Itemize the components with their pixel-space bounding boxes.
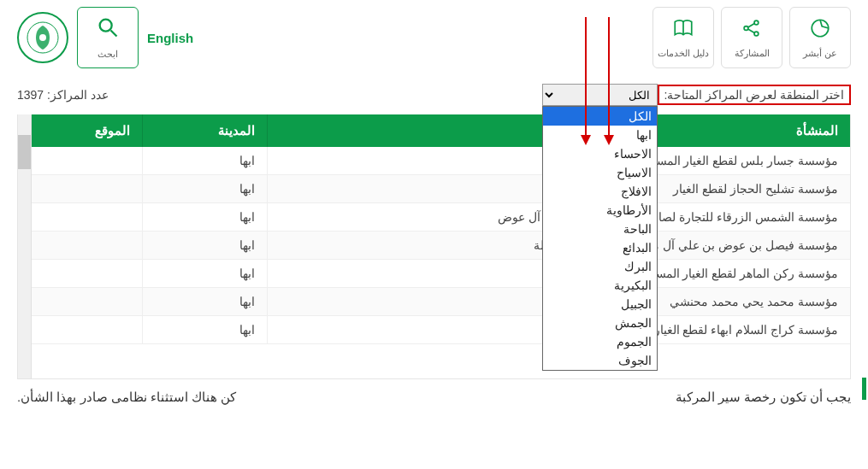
- cell-owner: [268, 288, 584, 316]
- table-row: مؤسسة تشليح الحجاز لقطع الغيارابها: [18, 175, 850, 203]
- cell-city: ابها: [143, 203, 268, 232]
- nav-label: عن أبشر: [803, 48, 837, 59]
- svg-line-5: [748, 29, 755, 32]
- col-header-owner: [268, 114, 584, 147]
- cell-city: ابها: [143, 316, 268, 344]
- svg-point-10: [39, 34, 46, 41]
- search-icon: [96, 15, 120, 45]
- participation-button[interactable]: المشاركة: [721, 7, 782, 68]
- search-button[interactable]: ابحث: [77, 7, 139, 68]
- cursor-icon: [809, 17, 831, 44]
- english-link[interactable]: English: [147, 31, 193, 45]
- cell-location: [18, 175, 143, 203]
- region-select-wrap: الكل الكلابهاالاحساءالاسياحالافلاجالأرطا…: [542, 84, 658, 106]
- cell-owner: [268, 147, 584, 175]
- centers-count: عدد المراكز: 1397: [17, 88, 109, 102]
- svg-point-2: [754, 21, 759, 25]
- cell-city: ابها: [143, 232, 268, 260]
- logo: [17, 12, 68, 63]
- nav-label: دليل الخدمات: [658, 48, 709, 59]
- cell-location: [18, 316, 143, 344]
- col-header-location: الموقع: [18, 114, 143, 147]
- svg-point-7: [100, 20, 112, 32]
- col-header-city: المدينة: [143, 114, 268, 147]
- cell-owner: [268, 175, 584, 203]
- table-row: مؤسسة ركن الماهر لقطع الغيار المستعملةاب…: [18, 260, 850, 288]
- cell-location: [18, 260, 143, 288]
- region-filter-label: اختر المنطقة لعرض المراكز المتاحة:: [658, 85, 851, 105]
- services-guide-button[interactable]: دليل الخدمات: [652, 7, 714, 68]
- cell-city: ابها: [143, 288, 268, 316]
- cell-owner: [268, 260, 584, 288]
- about-absher-button[interactable]: عن أبشر: [789, 7, 851, 68]
- cell-city: ابها: [143, 147, 268, 175]
- region-option[interactable]: الافلاج: [543, 182, 657, 201]
- accent-bar: [862, 378, 866, 400]
- cell-location: [18, 203, 143, 232]
- cell-owner: ستعملة: [268, 232, 584, 260]
- header-search-group: English ابحث: [17, 7, 202, 68]
- region-option[interactable]: البرك: [543, 257, 657, 276]
- region-option[interactable]: الاسياح: [543, 163, 657, 182]
- table-header-row: المنشأة المدينة الموقع: [18, 114, 850, 147]
- search-label: ابحث: [97, 49, 118, 60]
- top-header: عن أبشر المشاركة دليل الخدمات English اب…: [0, 0, 868, 75]
- scrollbar-thumb[interactable]: [18, 135, 31, 169]
- table-row: مؤسسة جسار بلس لقطع الغيار المستعملةابها: [18, 147, 850, 175]
- region-option[interactable]: الباحة: [543, 220, 657, 238]
- region-option[interactable]: الجمش: [543, 314, 657, 332]
- region-dropdown[interactable]: الكلابهاالاحساءالاسياحالافلاجالأرطاويةال…: [542, 106, 658, 371]
- region-option[interactable]: البدائع: [543, 238, 657, 257]
- cell-city: ابها: [143, 260, 268, 288]
- region-option[interactable]: ابها: [543, 126, 657, 144]
- footer-note-left: كن هناك استثناء نظامى صادر بهذا الشأن.: [17, 390, 236, 405]
- cell-location: [18, 288, 143, 316]
- centers-table-wrap: المنشأة المدينة الموقع مؤسسة جسار بلس لق…: [17, 114, 851, 379]
- svg-point-1: [744, 26, 748, 30]
- filter-bar: اختر المنطقة لعرض المراكز المتاحة: الكل …: [17, 75, 851, 114]
- share-icon: [741, 17, 763, 44]
- table-row: مؤسسة الشمس الزرقاء للتجارة لصاحبهامحمد …: [18, 203, 850, 232]
- svg-line-4: [748, 23, 755, 26]
- region-option[interactable]: الأرطاوية: [543, 201, 657, 220]
- footer-note-right: يجب أن تكون رخصة سير المركبة: [676, 390, 851, 405]
- cell-owner: [268, 316, 584, 344]
- region-option[interactable]: البكيرية: [543, 276, 657, 295]
- centers-table: المنشأة المدينة الموقع مؤسسة جسار بلس لق…: [18, 114, 850, 344]
- book-icon: [672, 17, 694, 44]
- table-row: مؤسسة كراج السلام ابهاء لقطع الغيارابها: [18, 316, 850, 344]
- table-scrollbar[interactable]: [18, 114, 32, 378]
- footer-notes: يجب أن تكون رخصة سير المركبة كن هناك است…: [17, 379, 851, 405]
- region-option[interactable]: الكل: [543, 107, 657, 126]
- table-row: مؤسسة فيصل بن عوض بن علي آل مشببستعملةاب…: [18, 232, 850, 260]
- cell-owner: محمد آل عوض: [268, 203, 584, 232]
- svg-line-8: [111, 31, 117, 37]
- cell-location: [18, 232, 143, 260]
- region-select[interactable]: الكل: [542, 84, 658, 106]
- nav-label: المشاركة: [735, 48, 770, 59]
- table-row: مؤسسة محمد يحي محمد محنشيابها: [18, 288, 850, 316]
- main-content: اختر المنطقة لعرض المراكز المتاحة: الكل …: [0, 75, 868, 405]
- region-option[interactable]: الجبيل: [543, 295, 657, 314]
- cell-city: ابها: [143, 175, 268, 203]
- cell-location: [18, 147, 143, 175]
- region-option[interactable]: الجموم: [543, 332, 657, 351]
- region-option[interactable]: الجوف: [543, 351, 657, 370]
- region-option[interactable]: الاحساء: [543, 144, 657, 163]
- header-nav-group: عن أبشر المشاركة دليل الخدمات: [652, 7, 851, 68]
- svg-point-3: [754, 32, 759, 36]
